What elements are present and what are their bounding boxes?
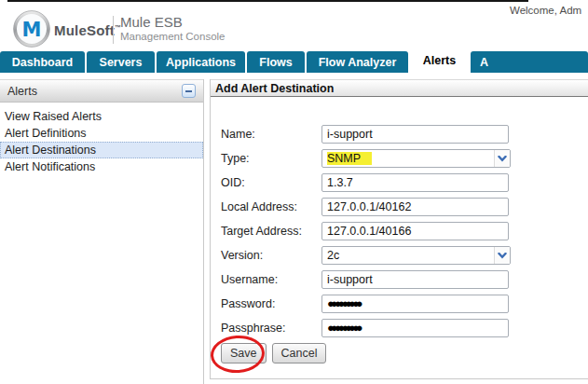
tab-dashboard[interactable]: Dashboard: [0, 51, 85, 73]
brand-company-text: MuleSoft: [54, 22, 115, 38]
form-row: Passphrase: ●●●●●●●●●: [221, 319, 588, 337]
password-input[interactable]: ●●●●●●●●●: [321, 295, 509, 313]
form-row: Local Address: 127.0.0.1/40162: [221, 198, 588, 216]
highlighted-text: SNMP: [327, 152, 372, 165]
collapse-panel-button[interactable]: [182, 84, 196, 98]
chevron-down-icon: [498, 253, 507, 259]
main-nav-tabs: Dashboard Servers Applications Flows Flo…: [0, 48, 588, 73]
name-input[interactable]: i-support: [321, 125, 509, 144]
save-button[interactable]: Save: [221, 343, 267, 363]
tab-flows[interactable]: Flows: [247, 51, 305, 73]
tab-flow-analyzer[interactable]: Flow Analyzer: [307, 51, 408, 73]
sidebar-item-alert-definitions[interactable]: Alert Definitions: [0, 125, 203, 142]
chevron-down-icon: [498, 156, 507, 162]
passphrase-label: Passphrase:: [221, 319, 321, 337]
username-value: i-support: [327, 273, 373, 286]
form-row: OID: 1.3.7: [221, 173, 588, 192]
tab-servers[interactable]: Servers: [87, 51, 155, 73]
oid-value: 1.3.7: [327, 176, 353, 189]
sidebar-items: View Raised Alerts Alert Definitions Ale…: [0, 108, 203, 175]
page-title: Add Alert Destination: [211, 79, 588, 97]
tab-applications[interactable]: Applications: [157, 51, 245, 73]
local-address-input[interactable]: 127.0.0.1/40162: [321, 198, 509, 216]
add-alert-destination-panel: Add Alert Destination Name: i-support Ty…: [210, 79, 588, 379]
username-input[interactable]: i-support: [321, 270, 509, 289]
product-name: Mule ESB: [120, 14, 183, 30]
type-select[interactable]: SNMP: [321, 149, 511, 168]
sidebar-header: Alerts: [0, 79, 203, 103]
target-address-value: 127.0.0.1/40166: [327, 225, 411, 238]
mulesoft-logo-icon: M: [13, 10, 50, 48]
passphrase-masked-value: ●●●●●●●●●: [327, 321, 360, 335]
sidebar-item-alert-destinations[interactable]: Alert Destinations: [0, 142, 203, 158]
version-select-button[interactable]: [494, 247, 510, 264]
form-row: Target Address: 127.0.0.1/40166: [221, 222, 588, 240]
cancel-button[interactable]: Cancel: [272, 343, 327, 363]
tab-alerts[interactable]: Alerts: [410, 48, 469, 73]
form-row: Username: i-support: [221, 270, 588, 289]
brand-divider: [113, 16, 114, 44]
sidebar-title: Alerts: [7, 85, 182, 98]
form-row: Password: ●●●●●●●●●: [221, 295, 588, 313]
passphrase-input[interactable]: ●●●●●●●●●: [321, 319, 509, 337]
sidebar-item-view-raised-alerts[interactable]: View Raised Alerts: [0, 108, 203, 125]
tab-clipped-right[interactable]: A: [471, 51, 588, 73]
type-label: Type:: [221, 149, 321, 168]
form-row: Type: SNMP: [221, 149, 588, 168]
version-select[interactable]: 2c: [321, 246, 511, 265]
name-value: i-support: [327, 128, 373, 141]
name-label: Name:: [221, 125, 321, 144]
mmc-window: M MuleSoft™ Mule ESB Management Console …: [0, 0, 588, 384]
target-address-input[interactable]: 127.0.0.1/40166: [321, 222, 509, 240]
type-select-button[interactable]: [494, 150, 510, 167]
local-address-label: Local Address:: [221, 198, 321, 216]
oid-label: OID:: [221, 173, 321, 192]
alert-destination-form: Name: i-support Type: SNMP OID: 1.3.7 Lo…: [211, 97, 588, 363]
svg-text:M: M: [22, 19, 42, 41]
alerts-sidebar: Alerts View Raised Alerts Alert Definiti…: [0, 79, 204, 384]
type-value: SNMP: [322, 150, 494, 167]
sidebar-item-alert-notifications[interactable]: Alert Notifications: [0, 158, 203, 175]
form-row: Version: 2c: [221, 246, 588, 265]
top-border-line: [7, 0, 528, 2]
target-address-label: Target Address:: [221, 222, 321, 240]
username-label: Username:: [221, 270, 321, 289]
brand-company: MuleSoft™: [54, 22, 121, 38]
product-subtitle: Management Console: [120, 31, 226, 42]
password-label: Password:: [221, 295, 321, 313]
minus-icon: [185, 90, 192, 92]
form-row: Name: i-support: [221, 125, 588, 144]
version-label: Version:: [221, 246, 321, 265]
version-value: 2c: [322, 247, 494, 264]
password-masked-value: ●●●●●●●●●: [327, 296, 360, 310]
welcome-text: Welcome, Adm: [510, 5, 581, 16]
local-address-value: 127.0.0.1/40162: [327, 200, 411, 213]
oid-input[interactable]: 1.3.7: [321, 173, 509, 192]
form-buttons: Save Cancel: [221, 343, 588, 363]
